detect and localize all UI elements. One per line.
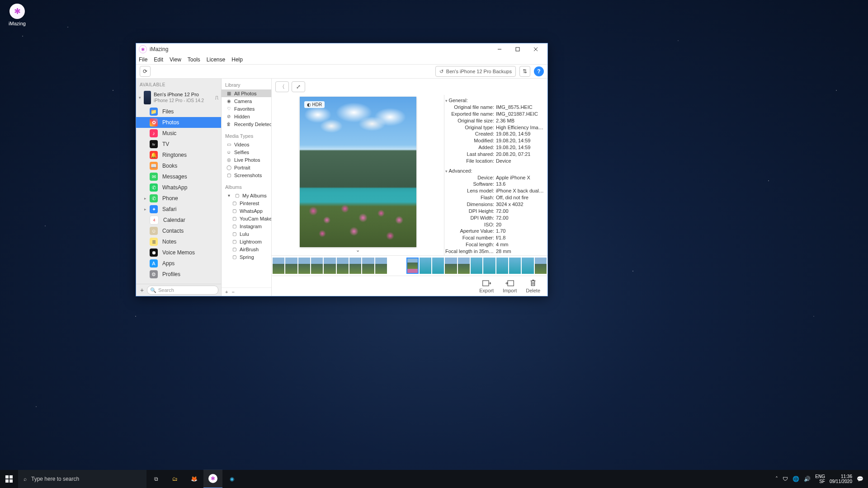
album-item[interactable]: ▢Instagram xyxy=(222,222,271,230)
menu-tools[interactable]: Tools xyxy=(188,56,200,63)
thumbnail[interactable] xyxy=(458,258,470,274)
thumbnail[interactable] xyxy=(375,258,387,274)
notifications-icon[interactable]: 💬 xyxy=(857,476,863,482)
add-device-button[interactable]: + xyxy=(139,286,145,294)
sidebar-item-books[interactable]: 📖Books xyxy=(136,160,221,171)
thumbnail[interactable] xyxy=(324,258,335,274)
sidebar-item-music[interactable]: ♪Music xyxy=(136,128,221,139)
menu-license[interactable]: License xyxy=(207,56,225,63)
library-item[interactable]: 🗑Recently Deleted xyxy=(222,120,271,128)
desktop-icon-imazing[interactable]: ✱ iMazing xyxy=(4,4,31,26)
thumbnail[interactable] xyxy=(483,258,495,274)
photo-preview[interactable]: ◐HDR xyxy=(300,97,416,247)
general-head[interactable]: General: xyxy=(445,97,545,104)
sidebar-item-messages[interactable]: ✉Messages xyxy=(136,171,221,182)
info-panel[interactable]: General: Original file name:IMG_8575.HEI… xyxy=(444,95,547,255)
taskbar-edge[interactable]: ◉ xyxy=(222,470,241,488)
sidebar-item-calendar[interactable]: 4Calendar xyxy=(136,215,221,225)
backups-button[interactable]: ↺ Ben's iPhone 12 Pro Backups xyxy=(435,66,516,77)
thumbnail[interactable] xyxy=(337,258,349,274)
media-type-item[interactable]: ▢Screenshots xyxy=(222,171,271,179)
thumbnail[interactable] xyxy=(496,258,508,274)
sidebar-item-whatsapp[interactable]: ✆WhatsApp xyxy=(136,182,221,193)
album-item[interactable]: ▢Lulu xyxy=(222,230,271,238)
device-row[interactable]: ▾ Ben's iPhone 12 Pro iPhone 12 Pro - iO… xyxy=(136,89,221,106)
sidebar-item-contacts[interactable]: ☺Contacts xyxy=(136,225,221,236)
advanced-head[interactable]: Advanced: xyxy=(445,167,545,174)
sidebar-item-ringtones[interactable]: 🔔Ringtones xyxy=(136,150,221,160)
menu-edit[interactable]: Edit xyxy=(154,56,163,63)
add-album-button[interactable]: + xyxy=(225,289,228,295)
expand-down-button[interactable]: ⌄ xyxy=(272,247,444,253)
sidebar-item-notes[interactable]: ≣Notes xyxy=(136,236,221,247)
thumbnail[interactable] xyxy=(432,258,444,274)
thumbnail[interactable] xyxy=(362,258,374,274)
thumbnail[interactable] xyxy=(445,258,457,274)
thumbnail[interactable] xyxy=(420,258,431,274)
tray-network-icon[interactable]: 🌐 xyxy=(793,476,799,482)
thumbnail-selected[interactable] xyxy=(406,258,418,274)
import-button[interactable]: Import xyxy=(503,279,517,293)
thumbnail[interactable] xyxy=(273,258,284,274)
sidebar-item-profiles[interactable]: ⚙Profiles xyxy=(136,269,221,280)
my-albums-row[interactable]: ▾▢My Albums xyxy=(222,192,271,199)
library-item[interactable]: ⊘Hidden xyxy=(222,113,271,120)
tray-volume-icon[interactable]: 🔊 xyxy=(804,476,811,482)
taskbar-imazing[interactable]: ✱ xyxy=(203,469,222,488)
sidebar-item-apps[interactable]: AApps xyxy=(136,258,221,269)
export-button[interactable]: Export xyxy=(479,279,494,293)
maximize-button[interactable] xyxy=(509,43,527,55)
tray-security-icon[interactable]: 🛡 xyxy=(783,476,788,482)
album-item[interactable]: ▢AirBrush xyxy=(222,245,271,253)
task-view-button[interactable]: ⧉ xyxy=(146,470,165,488)
taskbar-firefox[interactable]: 🦊 xyxy=(184,470,203,488)
sidebar-item-phone[interactable]: ▸✆Phone xyxy=(136,193,221,204)
menu-file[interactable]: File xyxy=(139,56,147,63)
album-item[interactable]: ▢YouCam Make... xyxy=(222,215,271,222)
thumbnail[interactable] xyxy=(522,258,533,274)
taskbar-clock[interactable]: 11:36 09/11/2020 xyxy=(830,474,852,484)
sidebar-item-voice-memos[interactable]: ⏺Voice Memos xyxy=(136,247,221,258)
sidebar-item-photos[interactable]: ✿Photos xyxy=(136,117,221,128)
minimize-button[interactable] xyxy=(491,43,509,55)
media-type-item[interactable]: ▭Videos xyxy=(222,141,271,148)
thumbnail[interactable] xyxy=(535,258,547,274)
album-item[interactable]: ▢WhatsApp xyxy=(222,207,271,215)
thumbnail[interactable] xyxy=(298,258,310,274)
start-button[interactable] xyxy=(0,470,18,488)
sidebar-item-tv[interactable]: tvTV xyxy=(136,139,221,150)
device-items-list[interactable]: 📁Files✿Photos♪MusictvTV🔔Ringtones📖Books✉… xyxy=(136,106,221,284)
close-button[interactable] xyxy=(527,43,545,55)
library-item[interactable]: ♡Favorites xyxy=(222,105,271,113)
thumbnail[interactable] xyxy=(311,258,323,274)
media-type-item[interactable]: ◯Portrait xyxy=(222,164,271,171)
thumbnail[interactable] xyxy=(509,258,521,274)
sidebar-item-safari[interactable]: ▸✦Safari xyxy=(136,204,221,215)
tray-expand-icon[interactable]: ˄ xyxy=(775,476,778,482)
thumbnail[interactable] xyxy=(471,258,482,274)
remove-album-button[interactable]: − xyxy=(231,289,234,295)
media-type-item[interactable]: ◎Live Photos xyxy=(222,156,271,164)
album-item[interactable]: ▢Lightroom xyxy=(222,238,271,245)
delete-button[interactable]: Delete xyxy=(526,279,540,293)
library-item[interactable]: ▦All Photos xyxy=(222,89,271,97)
refresh-button[interactable]: ⟳ xyxy=(140,66,151,77)
fullscreen-button[interactable]: ⤢ xyxy=(292,81,305,92)
sidebar-item-files[interactable]: 📁Files xyxy=(136,106,221,117)
thumbnail-strip[interactable] xyxy=(272,255,547,276)
language-indicator[interactable]: ENG SF xyxy=(815,474,825,484)
sync-button[interactable]: ⇅ xyxy=(519,66,530,77)
taskbar-search[interactable]: ⌕ Type here to search xyxy=(18,470,146,488)
menu-view[interactable]: View xyxy=(170,56,181,63)
menu-help[interactable]: Help xyxy=(231,56,243,63)
help-button[interactable]: ? xyxy=(534,66,544,76)
album-item[interactable]: ▢Spring xyxy=(222,253,271,261)
library-item[interactable]: ◉Camera xyxy=(222,97,271,105)
thumbnail[interactable] xyxy=(285,258,297,274)
media-type-item[interactable]: ☺Selfies xyxy=(222,148,271,156)
album-item[interactable]: ▢Pinterest xyxy=(222,199,271,207)
titlebar[interactable]: ✱ iMazing xyxy=(136,43,547,55)
taskbar-explorer[interactable]: 🗂 xyxy=(165,470,184,488)
search-input[interactable]: 🔍 Search xyxy=(147,286,218,295)
back-button[interactable]: 〈 xyxy=(275,81,289,92)
